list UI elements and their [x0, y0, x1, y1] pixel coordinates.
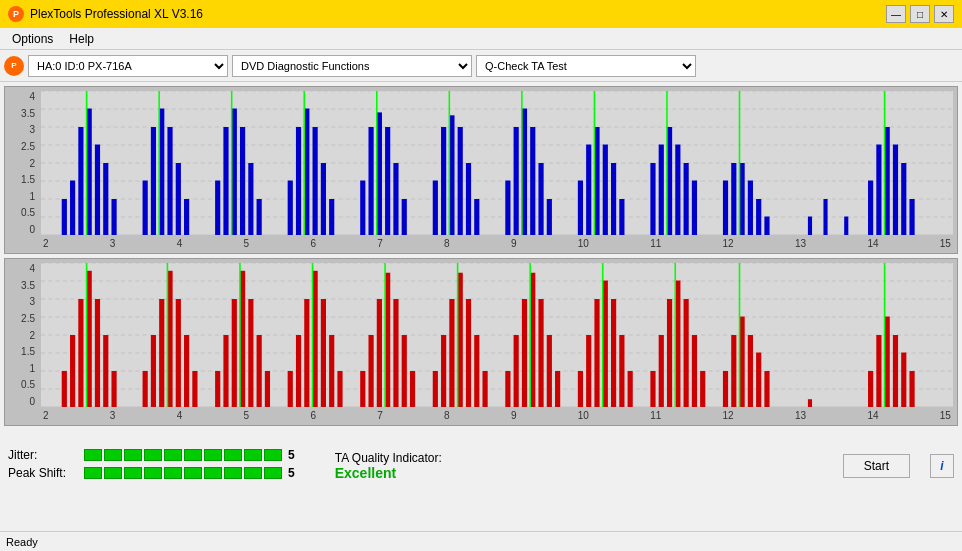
svg-rect-156 — [586, 335, 591, 407]
svg-rect-136 — [402, 335, 407, 407]
svg-rect-179 — [868, 371, 873, 407]
top-chart-wrapper: 4 3.5 3 2.5 2 1.5 1 0.5 0 — [4, 86, 958, 254]
svg-rect-165 — [667, 299, 672, 407]
svg-rect-60 — [586, 145, 591, 235]
svg-rect-182 — [893, 335, 898, 407]
svg-rect-180 — [876, 335, 881, 407]
svg-rect-25 — [223, 127, 228, 235]
title-label: PlexTools Professional XL V3.16 — [30, 7, 203, 21]
svg-rect-125 — [304, 299, 309, 407]
svg-rect-107 — [143, 371, 148, 407]
svg-rect-43 — [402, 199, 407, 235]
menu-options[interactable]: Options — [4, 30, 61, 48]
svg-rect-28 — [248, 163, 253, 235]
top-chart-svg — [41, 91, 953, 235]
svg-rect-54 — [522, 109, 527, 235]
svg-rect-144 — [474, 335, 479, 407]
svg-rect-14 — [103, 163, 108, 235]
svg-rect-55 — [530, 127, 535, 235]
svg-rect-168 — [692, 335, 697, 407]
svg-rect-84 — [901, 163, 906, 235]
svg-rect-11 — [78, 127, 83, 235]
svg-rect-64 — [619, 199, 624, 235]
test-select[interactable]: Q-Check TA Test — [476, 55, 696, 77]
toolbar: P HA:0 ID:0 PX-716A DVD Diagnostic Funct… — [0, 50, 962, 82]
svg-rect-100 — [70, 335, 75, 407]
title-bar: P PlexTools Professional XL V3.16 — □ ✕ — [0, 0, 962, 28]
svg-rect-18 — [151, 127, 156, 235]
svg-rect-20 — [167, 127, 172, 235]
svg-rect-77 — [756, 199, 761, 235]
svg-rect-17 — [143, 181, 148, 235]
svg-rect-53 — [514, 127, 519, 235]
bottom-chart-area — [41, 263, 953, 407]
svg-rect-147 — [505, 371, 510, 407]
maximize-button[interactable]: □ — [910, 5, 930, 23]
peak-shift-value: 5 — [288, 466, 295, 480]
svg-rect-80 — [868, 181, 873, 235]
status-text: Ready — [6, 536, 38, 548]
svg-rect-67 — [659, 145, 664, 235]
peak-shift-bars — [84, 467, 282, 479]
svg-rect-109 — [159, 299, 164, 407]
svg-rect-35 — [321, 163, 326, 235]
svg-rect-145 — [482, 371, 487, 407]
svg-rect-13 — [95, 145, 100, 235]
svg-rect-31 — [288, 181, 293, 235]
svg-rect-175 — [756, 353, 761, 407]
svg-rect-132 — [368, 335, 373, 407]
minimize-button[interactable]: — — [886, 5, 906, 23]
svg-rect-52 — [505, 181, 510, 235]
metrics-left: Jitter: 5 Peak Shift: — [8, 448, 295, 484]
svg-rect-83 — [893, 145, 898, 235]
svg-rect-121 — [265, 371, 270, 407]
svg-rect-56 — [538, 163, 543, 235]
svg-rect-41 — [385, 127, 390, 235]
svg-rect-169 — [700, 371, 705, 407]
bottom-chart-x-axis: 2 3 4 5 6 7 8 9 10 11 12 13 14 15 — [41, 407, 953, 423]
svg-rect-155 — [578, 371, 583, 407]
svg-rect-27 — [240, 127, 245, 235]
app-icon: P — [8, 6, 24, 22]
top-chart-area — [41, 91, 953, 235]
svg-rect-39 — [368, 127, 373, 235]
svg-rect-76 — [748, 181, 753, 235]
info-button[interactable]: i — [930, 454, 954, 478]
svg-rect-101 — [78, 299, 83, 407]
svg-rect-120 — [257, 335, 262, 407]
svg-rect-104 — [103, 335, 108, 407]
svg-rect-159 — [611, 299, 616, 407]
svg-rect-153 — [555, 371, 560, 407]
svg-rect-73 — [723, 181, 728, 235]
svg-rect-36 — [329, 199, 334, 235]
svg-rect-69 — [675, 145, 680, 235]
svg-rect-184 — [909, 371, 914, 407]
svg-rect-40 — [377, 112, 382, 235]
start-button[interactable]: Start — [843, 454, 910, 478]
bottom-chart-svg — [41, 263, 953, 407]
top-chart-x-axis: 2 3 4 5 6 7 8 9 10 11 12 13 14 15 — [41, 235, 953, 251]
svg-rect-66 — [650, 163, 655, 235]
svg-rect-142 — [458, 273, 463, 407]
close-button[interactable]: ✕ — [934, 5, 954, 23]
svg-rect-57 — [547, 199, 552, 235]
svg-rect-143 — [466, 299, 471, 407]
peak-shift-label: Peak Shift: — [8, 466, 78, 480]
menu-help[interactable]: Help — [61, 30, 102, 48]
svg-rect-128 — [329, 335, 334, 407]
drive-select[interactable]: HA:0 ID:0 PX-716A — [28, 55, 228, 77]
svg-rect-157 — [594, 299, 599, 407]
svg-rect-49 — [466, 163, 471, 235]
ta-section: TA Quality Indicator: Excellent — [335, 451, 442, 481]
svg-rect-42 — [393, 163, 398, 235]
bottom-chart-y-axis: 4 3.5 3 2.5 2 1.5 1 0.5 0 — [5, 263, 37, 407]
function-select[interactable]: DVD Diagnostic Functions — [232, 55, 472, 77]
svg-rect-126 — [313, 271, 318, 407]
svg-rect-32 — [296, 127, 301, 235]
svg-rect-116 — [223, 335, 228, 407]
svg-rect-174 — [748, 335, 753, 407]
svg-rect-172 — [731, 335, 736, 407]
svg-rect-178 — [808, 399, 812, 407]
svg-rect-167 — [684, 299, 689, 407]
svg-rect-81 — [876, 145, 881, 235]
